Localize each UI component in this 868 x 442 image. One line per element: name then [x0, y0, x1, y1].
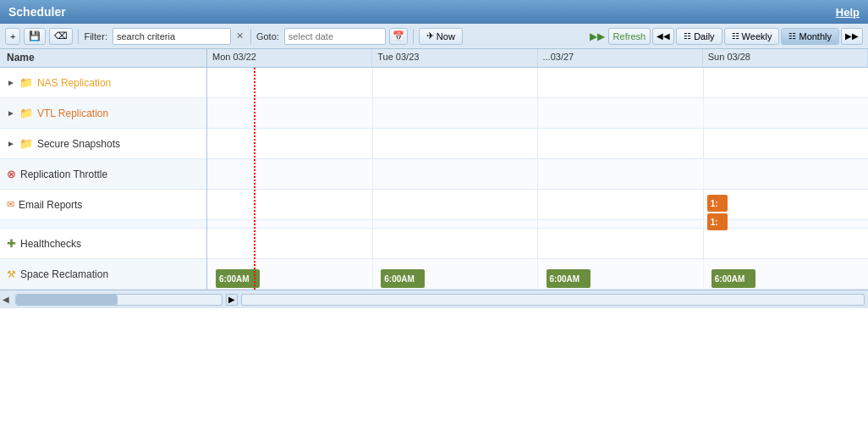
filter-label: Filter:	[84, 31, 107, 41]
rows-area: ► 📁 NAS Replication ► 📁 VTL Replication …	[0, 68, 868, 290]
filter-input[interactable]	[113, 28, 231, 45]
help-link[interactable]: Help	[836, 6, 860, 19]
timeline-scroll-area	[238, 291, 868, 308]
refresh-btn[interactable]: Refresh	[608, 28, 651, 45]
current-time-line	[254, 68, 255, 290]
bottom-bar: ◀ ▶	[0, 290, 868, 308]
throttle-icon: ⊗	[7, 168, 16, 180]
row-name-nas[interactable]: ► 📁 NAS Replication	[0, 68, 206, 98]
folder-icon-vtl: 📁	[19, 107, 33, 119]
date-cell-0: Mon 03/22	[207, 49, 372, 67]
next-btn[interactable]: ▶▶	[841, 28, 863, 45]
row-name-space[interactable]: ⚒ Space Reclamation	[0, 259, 206, 290]
email-block-1[interactable]: 1:	[707, 195, 728, 212]
weekly-icon: ☷	[732, 31, 739, 41]
monthly-icon: ☷	[788, 31, 796, 41]
row-spacer	[0, 220, 206, 229]
toolbar-delete-btn[interactable]: ⌫	[49, 28, 73, 45]
email-block-2[interactable]: 1:	[707, 213, 728, 230]
health-block-mid[interactable]: 6:00AM	[547, 269, 591, 288]
view-controls: ▶▶ Refresh ◀◀ ☷ Daily ☷ Weekly ☷ Monthly…	[590, 28, 863, 45]
app-title: Scheduler	[8, 5, 66, 19]
folder-icon-nas: 📁	[19, 76, 33, 89]
label-nas: NAS Replication	[37, 77, 111, 89]
scroll-right-arrow[interactable]: ▶	[226, 294, 238, 306]
date-cell-2: ...03/27	[538, 49, 703, 67]
grid-col-3	[704, 68, 869, 290]
label-email: Email Reports	[19, 199, 82, 211]
health-block-tue[interactable]: 6:00AM	[381, 269, 425, 288]
filter-clear-btn[interactable]: ✕	[234, 30, 245, 41]
daily-icon: ☷	[684, 31, 691, 41]
grid-col-1	[373, 68, 539, 290]
health-label-tue: 6:00AM	[384, 274, 415, 284]
name-column-header: Name	[0, 49, 207, 67]
toolbar-sep2	[250, 29, 251, 44]
label-vtl: VTL Replication	[37, 108, 108, 119]
refresh-icon: ▶▶	[590, 30, 605, 42]
timeline-column: 1: 1: 6:00AM 6:00AM 6:00AM 6:00AM	[207, 68, 868, 290]
goto-calendar-btn[interactable]: 📅	[389, 28, 408, 45]
health-label-mon: 6:00AM	[219, 274, 250, 284]
toolbar-new-btn[interactable]: +	[5, 28, 20, 45]
label-space: Space Reclamation	[20, 268, 108, 280]
now-btn[interactable]: ✈ Now	[419, 28, 463, 45]
expand-icon-nas[interactable]: ►	[7, 78, 15, 87]
email-icon: ✉	[7, 199, 14, 210]
daily-btn[interactable]: ☷ Daily	[676, 28, 722, 45]
row-name-snapshots[interactable]: ► 📁 Secure Snapshots	[0, 129, 206, 159]
name-column: ► 📁 NAS Replication ► 📁 VTL Replication …	[0, 68, 207, 290]
weekly-btn[interactable]: ☷ Weekly	[724, 28, 780, 45]
toolbar-save-btn[interactable]: 💾	[24, 28, 46, 45]
label-health: Healthchecks	[20, 238, 81, 250]
toolbar-sep3	[413, 29, 414, 44]
date-cell-1: Tue 03/23	[372, 49, 537, 67]
date-cell-3: Sun 03/28	[703, 49, 868, 67]
now-icon: ✈	[426, 30, 434, 41]
row-name-email[interactable]: ✉ Email Reports	[0, 190, 206, 220]
now-label: Now	[437, 31, 455, 41]
grid-col-0	[207, 68, 373, 290]
row-name-vtl[interactable]: ► 📁 VTL Replication	[0, 98, 206, 129]
monthly-btn[interactable]: ☷ Monthly	[781, 28, 839, 45]
scroll-thumb[interactable]	[16, 295, 118, 305]
title-bar: Scheduler Help	[0, 0, 868, 24]
date-header: Name Mon 03/22 Tue 03/23 ...03/27 Sun 03…	[0, 49, 868, 68]
expand-icon-snapshots[interactable]: ►	[7, 139, 15, 148]
label-throttle: Replication Throttle	[20, 169, 107, 180]
health-label-sun: 6:00AM	[715, 274, 745, 284]
health-icon: ✚	[7, 237, 16, 250]
health-block-sun[interactable]: 6:00AM	[711, 269, 755, 288]
toolbar: + 💾 ⌫ Filter: ✕ Goto: 📅 ✈ Now ▶▶ Refresh…	[0, 24, 868, 49]
expand-icon-vtl[interactable]: ►	[7, 108, 15, 118]
timeline-header: Mon 03/22 Tue 03/23 ...03/27 Sun 03/28	[207, 49, 868, 67]
folder-icon-snapshots: 📁	[19, 137, 33, 150]
prev-btn[interactable]: ◀◀	[652, 28, 674, 45]
label-snapshots: Secure Snapshots	[37, 138, 120, 150]
grid-col-2	[538, 68, 704, 290]
health-label-mid: 6:00AM	[550, 274, 580, 284]
goto-label: Goto:	[256, 31, 279, 41]
space-icon: ⚒	[7, 268, 16, 280]
scroll-left-arrow[interactable]: ◀	[0, 295, 12, 304]
goto-input[interactable]	[284, 28, 386, 45]
horizontal-scrollbar[interactable]	[15, 294, 222, 306]
row-name-throttle[interactable]: ⊗ Replication Throttle	[0, 159, 206, 190]
row-name-health[interactable]: ✚ Healthchecks	[0, 229, 206, 259]
timeline-scrollbar[interactable]	[241, 294, 865, 306]
toolbar-sep1	[78, 29, 79, 44]
